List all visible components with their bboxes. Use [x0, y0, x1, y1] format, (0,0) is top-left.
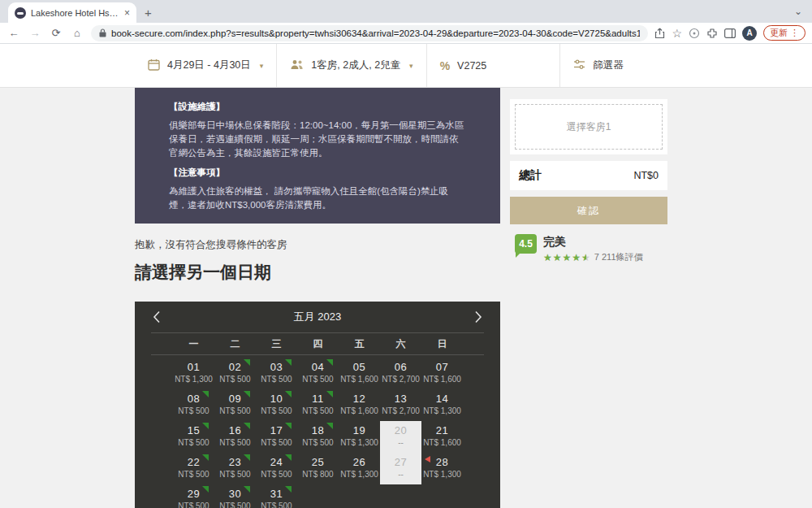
- puzzle-extensions-icon[interactable]: [706, 28, 718, 39]
- calendar-day[interactable]: 21 NT$ 1,600: [421, 421, 463, 453]
- calendar-header: 五月 2023: [135, 302, 500, 332]
- next-month-icon[interactable]: [474, 310, 482, 323]
- total-label: 總計: [519, 168, 542, 183]
- url-text: book-secure.com/index.php?s=results&prop…: [111, 28, 640, 38]
- home-icon[interactable]: ⌂: [70, 27, 84, 39]
- calendar-day[interactable]: 03 NT$ 500: [256, 358, 297, 389]
- weekday-label: 三: [256, 337, 297, 351]
- browser-chrome: Lakeshore Hotel Hsinchu × + ⌄ ← → ⟳ ⌂ bo…: [0, 0, 812, 44]
- profile-avatar[interactable]: A: [742, 26, 757, 41]
- rating-widget[interactable]: 4.5 完美 ★★★★★ ★★★★★ 7 211條評價: [510, 234, 667, 263]
- tab-title: Lakeshore Hotel Hsinchu: [31, 8, 119, 18]
- rating-stars: ★★★★★ ★★★★★: [543, 253, 591, 263]
- browser-tab[interactable]: Lakeshore Hotel Hsinchu ×: [8, 2, 136, 23]
- tab-search-chevron-icon[interactable]: ⌄: [794, 6, 802, 17]
- calendar-day[interactable]: 27 --: [380, 453, 421, 484]
- day-price: NT$ 500: [214, 470, 256, 479]
- day-number: 10: [256, 393, 297, 405]
- calendar-weekdays: 一二三四五六日: [135, 333, 500, 354]
- forward-icon[interactable]: →: [28, 27, 42, 39]
- day-price: NT$ 1,600: [339, 375, 380, 384]
- calendar-day[interactable]: 14 NT$ 1,300: [421, 389, 463, 421]
- calendar-day[interactable]: 16 NT$ 500: [214, 421, 256, 453]
- share-icon[interactable]: [654, 28, 665, 39]
- percent-icon: %: [440, 59, 450, 72]
- promo-code[interactable]: % V2725: [427, 44, 560, 87]
- calendar-day[interactable]: 28 NT$ 1,300: [421, 453, 463, 484]
- tab-close-icon[interactable]: ×: [124, 7, 130, 19]
- room-select-slot[interactable]: 選擇客房1: [515, 104, 663, 150]
- calendar-day[interactable]: 07 NT$ 1,600: [421, 358, 463, 389]
- day-price: NT$ 500: [256, 406, 297, 415]
- day-number: 29: [173, 488, 214, 500]
- calendar-day[interactable]: 06 NT$ 2,700: [380, 358, 421, 389]
- calendar-day[interactable]: 15 NT$ 500: [173, 421, 214, 453]
- day-price: NT$ 1,600: [421, 438, 463, 447]
- day-price: NT$ 500: [297, 406, 339, 415]
- calendar-day[interactable]: 29 NT$ 500: [173, 484, 214, 508]
- calendar-day[interactable]: 12 NT$ 1,600: [339, 389, 380, 421]
- calendar-day[interactable]: 18 NT$ 500: [297, 421, 339, 453]
- booking-toolbar: 4月29日 - 4月30日 ▾ 1客房, 2成人, 2兒童 ▾ % V2725 …: [0, 44, 812, 88]
- calendar-day[interactable]: 11 NT$ 500: [297, 389, 339, 421]
- day-price: NT$ 500: [173, 438, 214, 447]
- calendar-day[interactable]: 05 NT$ 1,600: [339, 358, 380, 389]
- calendar-day[interactable]: 22 NT$ 500: [173, 453, 214, 484]
- no-rooms-message: 抱歉，沒有符合您搜尋條件的客房: [135, 238, 500, 252]
- calendar-day[interactable]: 20 --: [380, 421, 421, 453]
- bookmark-star-icon[interactable]: ☆: [672, 27, 682, 40]
- calendar-day[interactable]: 10 NT$ 500: [256, 389, 297, 421]
- calendar-day[interactable]: 19 NT$ 1,300: [339, 421, 380, 453]
- calendar-day[interactable]: 17 NT$ 500: [256, 421, 297, 453]
- weekday-label: 二: [214, 337, 256, 351]
- day-number: 16: [214, 424, 256, 436]
- notice-section-title: 【注意事項】: [169, 167, 466, 179]
- day-price: NT$ 1,300: [339, 438, 380, 447]
- page-title: 請選擇另一個日期: [135, 261, 500, 284]
- calendar-day[interactable]: 13 NT$ 2,700: [380, 389, 421, 421]
- day-price: NT$ 500: [173, 470, 214, 479]
- date-range-picker[interactable]: 4月29日 - 4月30日 ▾: [146, 44, 276, 87]
- day-number: 11: [297, 393, 339, 405]
- day-price: NT$ 1,600: [421, 375, 463, 384]
- day-number: 15: [173, 424, 214, 436]
- booking-summary-sidebar: 選擇客房1 總計 NT$0 確認 4.5 完美 ★★★★★ ★★★★★ 7 21…: [510, 99, 667, 263]
- calendar-day[interactable]: 30 NT$ 500: [214, 484, 256, 508]
- confirm-button[interactable]: 確認: [510, 197, 667, 224]
- hotel-notice-box: 【設施維護】 俱樂部每日中場休息保養階段：12:00~14:00，每月第一個星期…: [135, 88, 500, 224]
- day-price: NT$ 500: [256, 501, 297, 508]
- calendar-day[interactable]: 02 NT$ 500: [214, 358, 256, 389]
- calendar-day[interactable]: 04 NT$ 500: [297, 358, 339, 389]
- extension-icon[interactable]: [689, 28, 700, 39]
- url-bar[interactable]: book-secure.com/index.php?s=results&prop…: [91, 25, 648, 41]
- room-select-panel: 選擇客房1: [510, 99, 667, 154]
- reload-icon[interactable]: ⟳: [49, 27, 63, 39]
- day-price: NT$ 2,700: [380, 375, 421, 384]
- results-column: 【設施維護】 俱樂部每日中場休息保養階段：12:00~14:00，每月第一個星期…: [135, 88, 500, 508]
- guests-selector[interactable]: 1客房, 2成人, 2兒童 ▾: [277, 44, 425, 87]
- chrome-update-button[interactable]: 更新 ⋮: [763, 25, 806, 41]
- day-price: NT$ 1,300: [339, 470, 380, 479]
- calendar-day[interactable]: 31 NT$ 500: [256, 484, 297, 508]
- calendar-day[interactable]: 08 NT$ 500: [173, 389, 214, 421]
- day-price: NT$ 1,300: [421, 470, 463, 479]
- day-number: 23: [214, 456, 256, 468]
- new-tab-button[interactable]: +: [145, 6, 152, 20]
- day-number: 30: [214, 488, 256, 500]
- prev-month-icon[interactable]: [153, 310, 161, 323]
- back-icon[interactable]: ←: [6, 27, 21, 39]
- calendar-day[interactable]: 09 NT$ 500: [214, 389, 256, 421]
- side-panel-icon[interactable]: [724, 28, 736, 38]
- caret-down-icon: ▾: [409, 62, 413, 70]
- calendar-day[interactable]: 01 NT$ 1,300: [173, 358, 214, 389]
- day-number: 07: [421, 361, 463, 373]
- menu-dots-icon: ⋮: [790, 28, 799, 38]
- calendar-day[interactable]: 26 NT$ 1,300: [339, 453, 380, 484]
- weekday-label: 四: [297, 337, 339, 351]
- calendar-day[interactable]: 24 NT$ 500: [256, 453, 297, 484]
- date-range-label: 4月29日 - 4月30日: [167, 59, 251, 72]
- caret-down-icon: ▾: [260, 62, 264, 70]
- calendar-day[interactable]: 23 NT$ 500: [214, 453, 256, 484]
- filters-button[interactable]: 篩選器: [560, 44, 637, 87]
- calendar-day[interactable]: 25 NT$ 800: [297, 453, 339, 484]
